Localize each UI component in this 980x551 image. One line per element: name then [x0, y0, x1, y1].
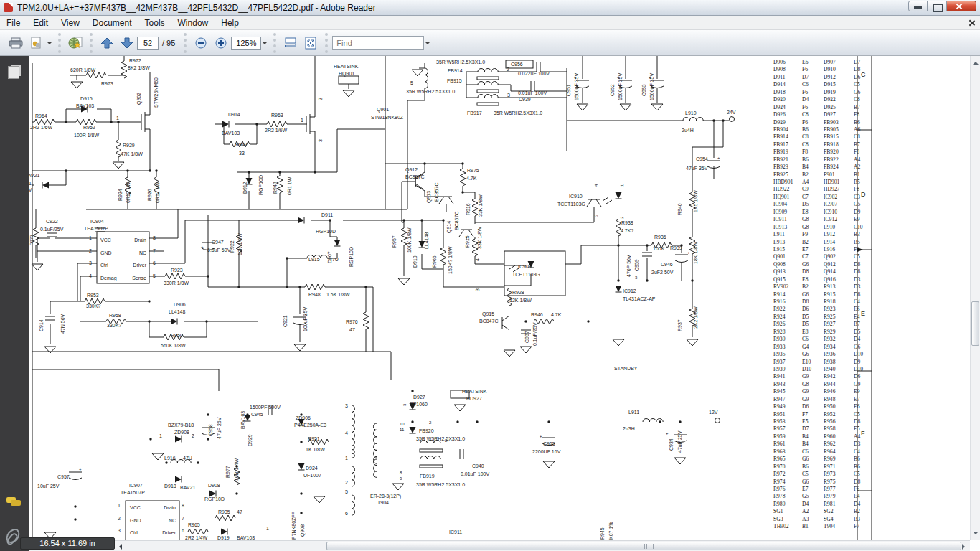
- horizontal-scrollbar[interactable]: [29, 540, 970, 551]
- schematic-label: 1.5K 1/8W: [326, 292, 350, 297]
- schematic-label: 4: [345, 430, 348, 435]
- menu-window[interactable]: Window: [171, 17, 215, 29]
- minimize-button[interactable]: [908, 1, 928, 11]
- schematic-label: Q915: [482, 311, 494, 317]
- schematic-label: Drain: [164, 505, 176, 510]
- page-number-input[interactable]: [137, 37, 159, 50]
- zoom-dropdown-caret[interactable]: [262, 42, 268, 47]
- menu-file[interactable]: File: [0, 17, 27, 29]
- schematic-label: 3: [118, 528, 121, 533]
- table-row: Q915E8Q916D3: [773, 276, 881, 283]
- menu-help[interactable]: Help: [215, 17, 245, 29]
- previous-page-button[interactable]: [97, 34, 117, 52]
- schematic-label: R965: [188, 522, 200, 527]
- schematic-label: D927: [413, 395, 425, 400]
- schematic-label: 0R12 1W: [126, 182, 131, 203]
- schematic-label: TEA1507P: [121, 490, 145, 495]
- find-dropdown-caret[interactable]: [425, 42, 430, 47]
- schematic-label: SP1060: [410, 402, 428, 407]
- schematic-label: R977: [225, 466, 230, 478]
- table-row: D926C8D927F8: [773, 111, 881, 118]
- table-row: R930C6R932D4: [773, 336, 881, 343]
- schematic-label: C914: [39, 319, 44, 331]
- menu-document[interactable]: Document: [86, 17, 138, 29]
- close-button[interactable]: [947, 1, 976, 11]
- table-row: R943G8R944G9: [773, 381, 881, 388]
- schematic-label: ZD906: [296, 415, 311, 420]
- schematic-label: R915: [465, 235, 470, 248]
- horizontal-scroll-thumb[interactable]: [326, 542, 961, 550]
- scroll-down-icon[interactable]: [973, 532, 979, 537]
- schematic-label: 100R 1/8W: [74, 133, 99, 138]
- schematic-label: Ctrl: [100, 263, 108, 268]
- schematic-label: R929: [123, 143, 135, 148]
- schematic-label: R963: [271, 113, 283, 118]
- schematic-label: 5: [345, 489, 348, 494]
- export-dropdown-caret[interactable]: [47, 42, 52, 47]
- schematic-label: 47: [237, 509, 242, 514]
- table-row: IC913G8L910C10: [773, 224, 881, 231]
- schematic-label: 1: [116, 116, 119, 121]
- maximize-button[interactable]: [928, 1, 947, 11]
- schematic-label: 47uF 25V: [217, 417, 222, 439]
- schematic-label: C939: [519, 97, 531, 102]
- schematic-label: Sense: [132, 276, 146, 281]
- schematic-label: 47: [349, 327, 355, 332]
- scroll-left-icon[interactable]: [116, 544, 122, 550]
- comments-panel-icon[interactable]: [6, 497, 21, 507]
- fit-page-icon: [304, 37, 317, 50]
- print-button[interactable]: [6, 34, 26, 52]
- menu-view[interactable]: View: [55, 17, 86, 29]
- schematic-label: C954: [696, 156, 708, 161]
- schematic-label: 2: [192, 433, 194, 438]
- close-document-icon[interactable]: [967, 18, 977, 28]
- vertical-scrollbar[interactable]: [970, 56, 980, 540]
- zoom-in-button[interactable]: [211, 34, 231, 52]
- zoom-level-input[interactable]: 125%: [231, 37, 261, 50]
- table-row: R941G9R942D6: [773, 373, 881, 380]
- table-row: R916D8R918C4: [773, 298, 881, 306]
- schematic-label: C959: [634, 259, 639, 271]
- schematic-label: 10uF 25V: [37, 484, 60, 489]
- table-row: L911F9L912B3: [773, 231, 881, 238]
- table-row: R922D6R923E6: [773, 306, 881, 313]
- export-button[interactable]: [26, 34, 46, 52]
- zoom-out-button[interactable]: [191, 34, 211, 52]
- scrolling-mode-button[interactable]: [281, 34, 301, 52]
- menu-edit[interactable]: Edit: [27, 17, 55, 29]
- schematic-label: 330K?: [86, 303, 100, 309]
- printer-icon: [9, 37, 23, 49]
- schematic-label: 330K?: [107, 323, 121, 328]
- next-page-button[interactable]: [117, 34, 137, 52]
- pdf-app-icon: [4, 3, 13, 12]
- scroll-up-icon[interactable]: [973, 59, 979, 65]
- table-row: R972C5R973C5: [773, 471, 881, 478]
- table-row: IC909E8IC910D9: [773, 209, 881, 216]
- schematic-label: VCC: [130, 505, 141, 510]
- schematic-label: FB919: [420, 474, 435, 479]
- schematic-label: Q902: [136, 93, 142, 105]
- schematic-label: C953: [641, 84, 646, 96]
- schematic-label: BC857C: [405, 174, 424, 179]
- schematic-label: BZX79-B18: [168, 423, 194, 428]
- schematic-label: IC911: [449, 529, 462, 534]
- schematic-label: +: [717, 156, 720, 160]
- table-row: R951F7R952C5: [773, 411, 881, 418]
- schematic-label: VCC: [100, 237, 111, 242]
- scroll-right-icon[interactable]: [962, 544, 968, 550]
- pages-panel-icon[interactable]: [8, 66, 19, 79]
- schematic-label: 1500PF 500V: [250, 405, 281, 410]
- schematic-label: 0R12 1W: [155, 182, 160, 203]
- schematic-label: HQ901: [339, 71, 354, 77]
- table-row: D924F6D925B7: [773, 104, 881, 111]
- schematic-label: Q914: [446, 221, 452, 233]
- fit-page-button[interactable]: [301, 34, 321, 52]
- collaborate-button[interactable]: [65, 34, 85, 52]
- schematic-label: D929: [248, 434, 253, 446]
- menu-tools[interactable]: Tools: [138, 17, 171, 29]
- table-row: R978G5R979E4: [773, 493, 881, 500]
- schematic-label: HD927: [466, 396, 482, 401]
- find-input[interactable]: [332, 36, 424, 50]
- vertical-scroll-thumb[interactable]: [971, 301, 979, 346]
- table-row: R961B4R962D3: [773, 441, 881, 448]
